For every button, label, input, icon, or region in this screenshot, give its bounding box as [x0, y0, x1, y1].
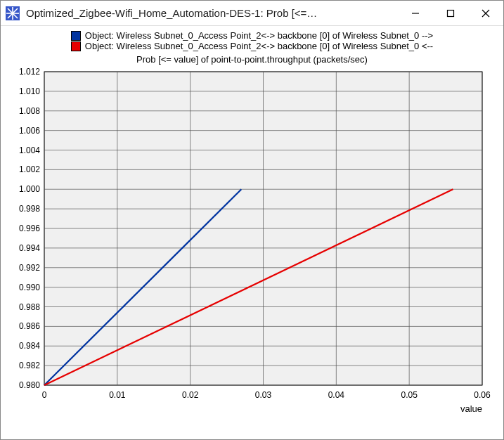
svg-text:1.012: 1.012 [19, 67, 40, 77]
svg-text:0.01: 0.01 [109, 390, 126, 400]
svg-text:0.03: 0.03 [255, 390, 272, 400]
svg-text:1.002: 1.002 [19, 164, 40, 174]
legend-swatch-1 [71, 31, 81, 41]
x-tick-labels: 00.010.020.030.040.050.06 [42, 390, 491, 400]
svg-text:0.04: 0.04 [328, 390, 345, 400]
legend-label-2: Object: Wireless Subnet_0_Access Point_2… [85, 41, 433, 51]
minimize-button[interactable] [398, 1, 433, 26]
chart-content: Object: Wireless Subnet_0_Access Point_2… [1, 26, 503, 439]
svg-text:0.992: 0.992 [19, 263, 40, 273]
chart-title: Prob [<= value] of point-to-point.throug… [1, 54, 503, 65]
svg-rect-10 [448, 10, 454, 16]
svg-text:1.004: 1.004 [19, 145, 40, 155]
svg-text:0.998: 0.998 [19, 204, 40, 214]
chart-plot: 0.9800.9820.9840.9860.9880.9900.9920.994… [1, 66, 503, 418]
legend: Object: Wireless Subnet_0_Access Point_2… [1, 26, 503, 51]
legend-item-1: Object: Wireless Subnet_0_Access Point_2… [1, 30, 503, 41]
legend-swatch-2 [71, 41, 81, 51]
x-axis-label: value [460, 403, 482, 414]
legend-label-1: Object: Wireless Subnet_0_Access Point_2… [85, 30, 433, 41]
close-button[interactable] [468, 1, 503, 26]
svg-text:0.02: 0.02 [182, 390, 199, 400]
y-tick-labels: 0.9800.9820.9840.9860.9880.9900.9920.994… [19, 67, 40, 390]
svg-text:1.010: 1.010 [19, 86, 40, 96]
svg-text:0.06: 0.06 [474, 390, 491, 400]
svg-text:0.05: 0.05 [401, 390, 418, 400]
legend-item-2: Object: Wireless Subnet_0_Access Point_2… [1, 41, 503, 51]
svg-text:0.986: 0.986 [19, 321, 40, 331]
svg-text:1.008: 1.008 [19, 106, 40, 116]
svg-text:0.984: 0.984 [19, 341, 40, 351]
svg-text:1.006: 1.006 [19, 126, 40, 136]
titlebar: Optimized_Zigbee-Wifi_Home_Automation-DE… [1, 1, 503, 26]
svg-text:0: 0 [42, 390, 47, 400]
svg-text:0.990: 0.990 [19, 283, 40, 292]
app-icon [5, 6, 20, 21]
svg-text:0.996: 0.996 [19, 224, 40, 233]
app-window: Optimized_Zigbee-Wifi_Home_Automation-DE… [0, 0, 504, 440]
svg-text:0.982: 0.982 [19, 361, 40, 370]
svg-text:1.000: 1.000 [19, 184, 40, 194]
svg-text:0.980: 0.980 [19, 380, 40, 390]
svg-text:0.994: 0.994 [19, 243, 40, 253]
window-title: Optimized_Zigbee-Wifi_Home_Automation-DE… [26, 7, 398, 19]
svg-text:0.988: 0.988 [19, 302, 40, 312]
maximize-button[interactable] [433, 1, 468, 26]
